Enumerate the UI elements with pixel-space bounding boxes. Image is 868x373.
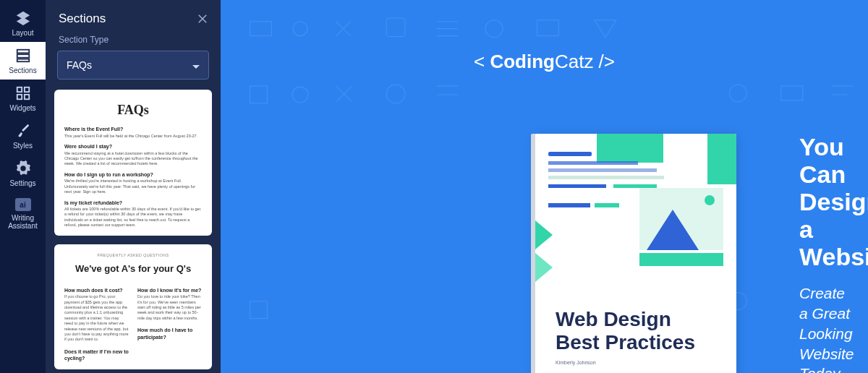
subhead: Create a Great Looking Website Today Wit… <box>799 283 851 373</box>
svg-rect-3 <box>17 87 21 91</box>
section-type-dropdown[interactable]: FAQs <box>57 51 209 80</box>
nav-styles[interactable]: Styles <box>0 117 46 155</box>
svg-rect-2 <box>17 59 29 61</box>
svg-rect-17 <box>781 86 803 100</box>
svg-rect-5 <box>17 94 21 98</box>
svg-point-10 <box>485 20 503 38</box>
dropdown-value: FAQs <box>67 59 92 71</box>
panel-header: Sections <box>46 0 221 35</box>
headline: You Can Design a Website! <box>799 133 851 270</box>
nav-writing-assistant[interactable]: ai Writing Assistant <box>0 192 46 236</box>
chevron-down-icon <box>192 61 200 69</box>
main-nav: Layout Sections Widgets Styles Settings … <box>0 0 46 373</box>
gear-icon <box>15 160 31 176</box>
svg-point-8 <box>293 22 307 36</box>
close-icon[interactable] <box>196 12 209 25</box>
template-heading: FAQs <box>64 101 202 119</box>
nav-widgets[interactable]: Widgets <box>0 80 46 117</box>
template-card[interactable]: FAQs Where is the Event Full? This year'… <box>54 90 212 236</box>
nav-label: Layout <box>12 29 33 37</box>
template-heading: We've got A's for your Q's <box>64 262 202 275</box>
template-card[interactable]: FREQUENTLY ASKED QUESTIONS We've got A's… <box>54 244 212 369</box>
nav-label: Settings <box>9 179 35 187</box>
book-cover: Web DesignBest Practices Kimberly Johnso… <box>535 134 736 373</box>
brush-icon <box>15 123 31 139</box>
svg-rect-15 <box>250 301 268 319</box>
sections-icon <box>15 48 31 64</box>
ai-icon: ai <box>15 198 31 211</box>
svg-rect-0 <box>17 49 29 53</box>
nav-label: Writing Assistant <box>0 214 46 230</box>
nav-label: Sections <box>9 67 36 74</box>
svg-rect-1 <box>17 54 29 58</box>
template-list[interactable]: FAQs Where is the Event Full? This year'… <box>46 90 221 373</box>
book-author: Kimberly Johnson <box>556 360 596 365</box>
preview-copy: You Can Design a Website! Create a Great… <box>799 133 851 373</box>
svg-rect-7 <box>250 22 272 36</box>
nav-label: Widgets <box>9 104 35 112</box>
section-type-label: Section Type <box>46 35 221 51</box>
book-title: Web DesignBest Practices <box>556 308 695 353</box>
svg-rect-12 <box>250 86 268 103</box>
svg-rect-14 <box>386 85 405 103</box>
nav-layout[interactable]: Layout <box>0 4 46 42</box>
svg-point-13 <box>292 87 308 103</box>
book-art <box>535 134 736 289</box>
svg-rect-9 <box>386 18 405 37</box>
svg-rect-4 <box>24 87 28 91</box>
nav-settings[interactable]: Settings <box>0 155 46 192</box>
svg-rect-11 <box>537 20 559 36</box>
nav-sections[interactable]: Sections <box>0 42 46 80</box>
svg-rect-6 <box>24 94 28 98</box>
panel-title: Sections <box>59 12 106 26</box>
widgets-icon <box>15 85 31 101</box>
svg-point-16 <box>730 85 747 102</box>
site-logo: < CodingCatz /> <box>221 51 868 73</box>
nav-label: Styles <box>13 142 33 150</box>
sections-panel: Sections Section Type FAQs FAQs Where is… <box>46 0 221 373</box>
layers-icon <box>15 10 31 26</box>
preview-canvas: < CodingCatz /> Web DesignBe <box>221 0 868 373</box>
